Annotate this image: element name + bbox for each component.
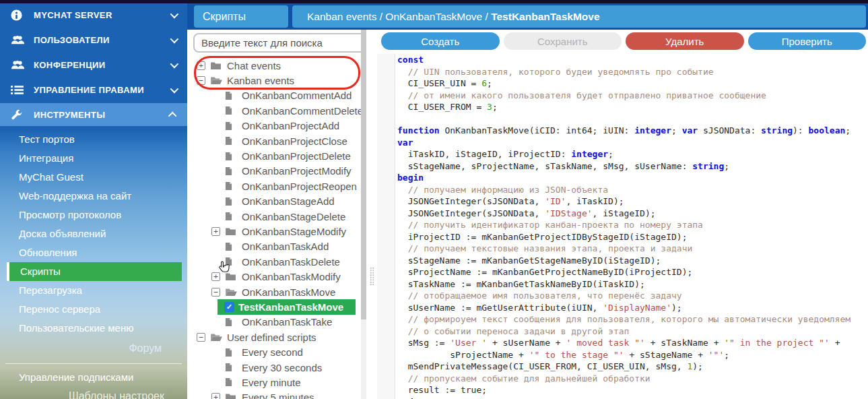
tree-item-label: TestKanbanTaskMove — [238, 301, 343, 313]
code-line-content: JSONGetInteger(sJSONData, 'ID', iTaskID)… — [393, 196, 624, 206]
tree-item-label: OnKanbanTaskTake — [242, 316, 332, 328]
search-input[interactable] — [193, 33, 372, 53]
tab-scripts[interactable]: Скрипты — [194, 5, 288, 28]
tree-item-onkanbantaskmove[interactable]: −OnKanbanTaskMove — [187, 284, 361, 299]
sidebar-section-label: ИНСТРУМЕНТЫ — [34, 110, 170, 120]
sidebar-item-форум[interactable]: Форум — [0, 338, 187, 359]
создать-button[interactable]: Создать — [381, 32, 500, 50]
tree-item-onkanbanprojectmodify[interactable]: OnKanbanProjectModify — [187, 164, 361, 179]
tree-item-every-30-seconds[interactable]: Every 30 seconds — [187, 360, 361, 375]
code-token: iTaskID, iStageID, iProjectID: — [397, 149, 571, 159]
tree-item-label: OnKanbanTaskMove — [242, 286, 335, 298]
tree-item-onkanbancommentadd[interactable]: OnKanbanCommentAdd — [187, 88, 361, 103]
sidebar-section-управление-правами[interactable]: УПРАВЛЕНИЕ ПРАВАМИ — [0, 78, 187, 101]
sidebar-item-интеграция[interactable]: Интеграция — [0, 149, 187, 168]
folder-open-icon — [225, 287, 237, 297]
code-token: ): — [793, 125, 808, 135]
plus-box-icon[interactable]: + — [211, 393, 220, 399]
code-line: 19 sProjectName := mKanbanGetProjectName… — [377, 266, 868, 278]
sidebar-section-инструменты[interactable]: ИНСТРУМЕНТЫ — [0, 103, 187, 126]
tree-item-label: Kanban events — [227, 75, 294, 86]
sidebar-item-просмотр-протоколов[interactable]: Просмотр протоколов — [0, 206, 187, 224]
sidebar-item-доска-объявлений[interactable]: Доска объявлений — [0, 224, 187, 243]
tree-item-label: Every 30 seconds — [242, 362, 322, 373]
tree-item-onkanbantaskadd[interactable]: OnKanbanTaskAdd — [187, 239, 361, 254]
sidebar-item-mychat-guest[interactable]: MyChat Guest — [0, 168, 187, 187]
tree-item-onkanbantaskdelete[interactable]: OnKanbanTaskDelete — [187, 254, 361, 269]
code-line: 27 mSendPrivateMessage(CI_USER_FROM, CI_… — [377, 361, 868, 373]
code-token: // от имени какого пользователя будет от… — [397, 90, 766, 100]
code-line: 1const — [377, 54, 868, 66]
minus-box-icon[interactable]: − — [197, 333, 205, 342]
checkbox-checked-icon[interactable]: ✓ — [224, 302, 234, 312]
tree-item-every-5-minutes[interactable]: +Every 5 minutes — [187, 390, 361, 399]
code-line: 6 — [377, 113, 868, 125]
tree-item-onkanbanstagemodify[interactable]: +OnKanbanStageModify — [187, 224, 361, 239]
tree-item-label: OnKanbanStageAdd — [242, 195, 335, 207]
tree-scrollbar[interactable] — [361, 30, 366, 399]
sidebar-item-пользовательские-меню[interactable]: Пользовательские меню — [0, 319, 187, 338]
проверить-button[interactable]: Проверить — [748, 32, 867, 50]
sidebar-section-mychat-server[interactable]: MYCHAT SERVER — [0, 3, 187, 26]
tree-item-onkanbancommentdelete[interactable]: OnKanbanCommentDelete — [187, 103, 361, 118]
code-token: // формироуем текст сообщения для пользо… — [397, 314, 850, 324]
code-line-content: var — [393, 137, 413, 148]
panel-splitter[interactable] — [366, 30, 377, 399]
sidebar-item-обновления[interactable]: Обновления — [0, 243, 187, 262]
file-icon — [225, 377, 237, 388]
tree-item-label: User defined scripts — [227, 332, 316, 343]
sidebar-section-пользователи[interactable]: ПОЛЬЗОВАТЕЛИ — [0, 28, 187, 51]
code-token: integer — [571, 149, 608, 159]
code-line: 22 sUserName := mGetUserAttribute(iUIN, … — [377, 302, 868, 314]
tree-item-chat-events[interactable]: +Chat events — [187, 58, 361, 73]
tree-item-onkanbanprojectadd[interactable]: OnKanbanProjectAdd — [187, 119, 361, 133]
code-line-content: // отобращаемое имя пользователя, что пе… — [393, 290, 682, 301]
code-line-content: // от имени какого пользователя будет от… — [393, 90, 766, 100]
folder-icon — [225, 226, 237, 237]
sidebar: MYCHAT SERVERПОЛЬЗОВАТЕЛИКОНФЕРЕНЦИИУПРА… — [0, 3, 187, 399]
tree-scrollbar-thumb[interactable] — [361, 30, 366, 319]
удалить-button[interactable]: Удалить — [626, 32, 744, 50]
minus-box-icon[interactable]: − — [211, 288, 220, 297]
sidebar-item-шаблоны-настроек[interactable]: Шаблоны настроек — [0, 386, 187, 399]
sidebar-item-перенос-сервера[interactable]: Перенос сервера — [0, 300, 187, 319]
tree-item-onkanbanprojectreopen[interactable]: OnKanbanProjectReopen — [187, 179, 361, 193]
plus-box-icon[interactable]: + — [211, 227, 220, 236]
plus-box-icon[interactable]: + — [211, 272, 220, 281]
code-token: // получить идентификатор канбан-проекта… — [397, 220, 703, 230]
sidebar-item-тест-портов[interactable]: Тест портов — [0, 130, 187, 149]
plus-box-icon[interactable]: + — [197, 61, 205, 70]
code-token: 6 — [481, 78, 487, 88]
tree-item-testkanbantaskmove[interactable]: ✓TestKanbanTaskMove — [218, 299, 356, 314]
tree-item-onkanbanprojectclose[interactable]: OnKanbanProjectClose — [187, 133, 361, 148]
code-token: begin — [397, 173, 424, 183]
sidebar-item-перезагрузка[interactable]: Перезагрузка — [0, 281, 187, 300]
tree-item-label: OnKanbanProjectModify — [242, 165, 352, 177]
splitter-grip-icon[interactable] — [370, 267, 374, 286]
code-token: , iTaskID); — [566, 196, 624, 206]
sidebar-item-управление-подписками[interactable]: Управление подписками — [0, 368, 187, 386]
code-line: 15 // получить идентификатор канбан-прое… — [377, 219, 868, 231]
tree-item-onkanbanprojectdelete[interactable]: OnKanbanProjectDelete — [187, 148, 361, 163]
sidebar-item-скрипты[interactable]: Скрипты — [7, 262, 182, 281]
minus-box-icon[interactable]: − — [197, 76, 205, 85]
tree-item-every-second[interactable]: Every second — [187, 344, 361, 359]
folder-icon — [225, 392, 237, 399]
code-line: 23 // формироуем текст сообщения для пол… — [377, 313, 868, 326]
tree-item-onkanbantaskmodify[interactable]: +OnKanbanTaskModify — [187, 269, 361, 284]
tree-item-onkanbanstagedelete[interactable]: OnKanbanStageDelete — [187, 209, 361, 224]
code-token: '" to the stage "' — [529, 350, 624, 360]
code-editor[interactable]: 1const2 // UIN пользователя, которого бу… — [377, 54, 868, 399]
tree-item-onkanbantasktake[interactable]: OnKanbanTaskTake — [187, 315, 361, 330]
code-token: sUserName := mGetUserAttribute(iUIN, — [397, 303, 603, 313]
tree-item-user-defined-scripts[interactable]: −User defined scripts — [187, 330, 361, 344]
code-token: var — [397, 137, 413, 148]
chevron-down-icon — [170, 84, 179, 93]
sidebar-section-label: УПРАВЛЕНИЕ ПРАВАМИ — [34, 85, 170, 95]
sidebar-section-конференции[interactable]: КОНФЕРЕНЦИИ — [0, 53, 187, 76]
tree-item-every-minute[interactable]: Every minute — [187, 375, 361, 390]
sidebar-item-web-поддержка-на-сайт[interactable]: Web-поддержка на сайт — [0, 187, 187, 206]
tree-item-kanban-events[interactable]: −Kanban events — [187, 73, 361, 88]
code-line: 28 // пропускаем событие для дальнейшей … — [377, 373, 868, 385]
tree-item-onkanbanstageadd[interactable]: OnKanbanStageAdd — [187, 194, 361, 209]
